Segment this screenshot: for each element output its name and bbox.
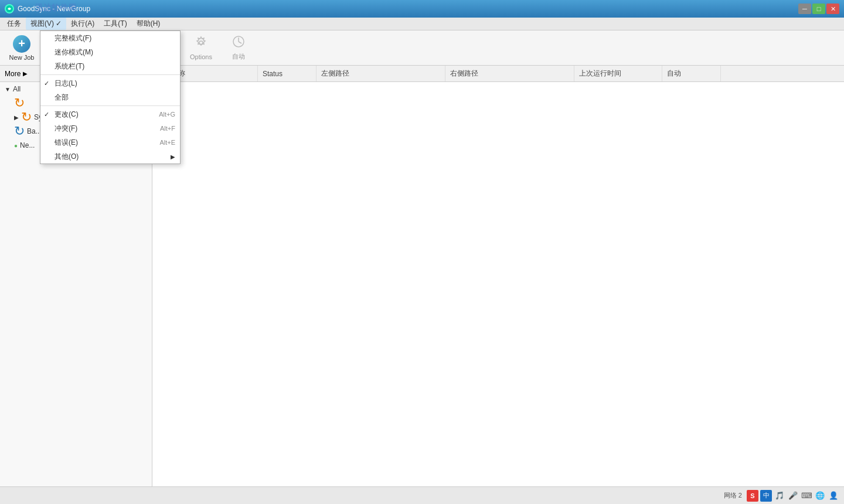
tray-icon-mic[interactable]: 🎤 (787, 490, 799, 502)
window-title: GoodSync - NewGroup (18, 5, 798, 13)
menu-systray[interactable]: 系统栏(T) (40, 59, 180, 73)
window-controls: ─ □ ✕ (798, 4, 839, 14)
new-dot-icon: ● (14, 142, 18, 149)
menu-separator-1 (40, 74, 180, 75)
menu-help[interactable]: 帮助(H) (132, 18, 165, 30)
menu-all[interactable]: 全部 (40, 90, 180, 104)
col-right-path: 右侧路径 (445, 66, 574, 81)
minimize-button[interactable]: ─ (798, 4, 811, 14)
menu-other[interactable]: 其他(O) ▶ (40, 149, 180, 164)
backup-icon: ↻ (14, 124, 25, 139)
tray-icon-network[interactable]: 🌐 (814, 490, 826, 502)
new-item-label: Ne... (20, 141, 35, 149)
menu-mini-mode[interactable]: 迷你模式(M) (40, 45, 180, 59)
menu-run[interactable]: 执行(A) (66, 18, 99, 30)
options-button[interactable]: Options (183, 33, 219, 63)
options-icon (194, 36, 208, 52)
right-panel: 任务名称 Status 左侧路径 右侧路径 上次运行时间 自动 (152, 66, 844, 486)
expand-icon-2: ▶ (14, 114, 19, 121)
options-label: Options (190, 53, 212, 60)
tray-icon-s[interactable]: S (747, 490, 758, 502)
tray-icons: S 中 🎵 🎤 ⌨ 🌐 👤 (747, 490, 839, 502)
backup-label: Ba... (27, 127, 42, 135)
menu-conflict[interactable]: 冲突(F) Alt+F (40, 121, 180, 135)
menu-tools[interactable]: 工具(T) (99, 18, 131, 30)
sync-orange-icon: ↻ (14, 96, 25, 111)
network-label: 网络 2 (724, 491, 742, 500)
tray-icon-user[interactable]: 👤 (828, 490, 839, 502)
menu-log[interactable]: ✓ 日志(L) (40, 76, 180, 90)
col-status: Status (258, 66, 316, 81)
tree-all-label: All (13, 85, 21, 93)
more-arrow: ▶ (23, 70, 28, 77)
new-job-icon: + (13, 35, 30, 53)
menu-separator-2 (40, 105, 180, 106)
menu-error[interactable]: 错误(E) Alt+E (40, 135, 180, 149)
col-left-path: 左侧路径 (316, 66, 445, 81)
menu-full-mode[interactable]: 完整模式(F) (40, 31, 180, 45)
menu-jobs[interactable]: 任务 (2, 18, 26, 30)
network-status: 网络 2 (724, 491, 742, 500)
more-label: More (5, 70, 21, 78)
menu-changed[interactable]: ✓ 更改(C) Alt+G (40, 107, 180, 121)
table-header: 任务名称 Status 左侧路径 右侧路径 上次运行时间 自动 (152, 66, 844, 82)
view-dropdown-menu: 完整模式(F) 迷你模式(M) 系统栏(T) ✓ 日志(L) 全部 ✓ 更改(C… (40, 30, 181, 164)
expand-icon: ▼ (5, 86, 11, 93)
new-job-button[interactable]: + New Job (5, 33, 39, 63)
auto-button[interactable]: 自动 (221, 33, 256, 63)
tray-icon-keyboard[interactable]: ⌨ (801, 490, 812, 502)
tray-icon-lang[interactable]: 中 (760, 490, 772, 502)
close-button[interactable]: ✕ (826, 4, 839, 14)
col-last-run: 上次运行时间 (574, 66, 662, 81)
app-logo (5, 4, 14, 13)
title-bar: GoodSync - NewGroup ─ □ ✕ (0, 0, 844, 18)
status-bar: 网络 2 S 中 🎵 🎤 ⌨ 🌐 👤 (0, 486, 844, 504)
auto-label: 自动 (232, 52, 245, 61)
tray-icon-audio[interactable]: 🎵 (774, 490, 785, 502)
menu-view[interactable]: 视图(V) ✓ (26, 18, 66, 30)
col-auto: 自动 (662, 66, 721, 81)
maximize-button[interactable]: □ (812, 4, 825, 14)
new-job-label: New Job (9, 54, 35, 61)
sync-icon-2: ↻ (21, 110, 32, 125)
svg-line-13 (239, 42, 241, 43)
auto-icon (232, 35, 246, 51)
menu-bar: 任务 视图(V) ✓ 执行(A) 工具(T) 帮助(H) (0, 18, 844, 30)
